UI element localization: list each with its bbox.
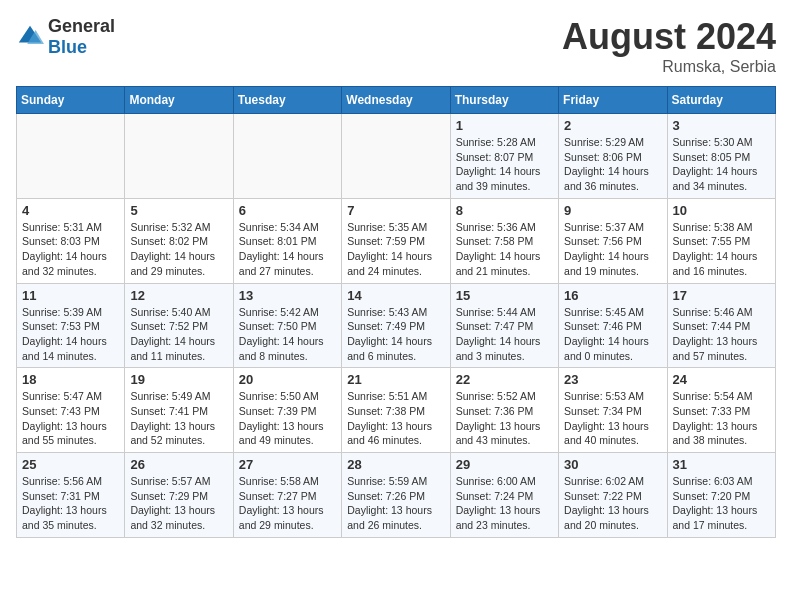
day-info: Sunrise: 5:40 AMSunset: 7:52 PMDaylight:…	[130, 305, 227, 364]
title-block: August 2024 Rumska, Serbia	[562, 16, 776, 76]
logo-blue-text: Blue	[48, 37, 115, 58]
day-info: Sunrise: 5:29 AMSunset: 8:06 PMDaylight:…	[564, 135, 661, 194]
day-info: Sunrise: 5:36 AMSunset: 7:58 PMDaylight:…	[456, 220, 553, 279]
calendar-cell: 19Sunrise: 5:49 AMSunset: 7:41 PMDayligh…	[125, 368, 233, 453]
weekday-header-friday: Friday	[559, 87, 667, 114]
calendar-cell: 11Sunrise: 5:39 AMSunset: 7:53 PMDayligh…	[17, 283, 125, 368]
calendar-cell: 2Sunrise: 5:29 AMSunset: 8:06 PMDaylight…	[559, 114, 667, 199]
logo: General Blue	[16, 16, 115, 58]
day-number: 9	[564, 203, 661, 218]
day-info: Sunrise: 6:03 AMSunset: 7:20 PMDaylight:…	[673, 474, 770, 533]
day-number: 23	[564, 372, 661, 387]
day-number: 4	[22, 203, 119, 218]
weekday-header-wednesday: Wednesday	[342, 87, 450, 114]
page-header: General Blue August 2024 Rumska, Serbia	[16, 16, 776, 76]
calendar-week-4: 18Sunrise: 5:47 AMSunset: 7:43 PMDayligh…	[17, 368, 776, 453]
day-number: 11	[22, 288, 119, 303]
calendar-cell: 23Sunrise: 5:53 AMSunset: 7:34 PMDayligh…	[559, 368, 667, 453]
day-number: 3	[673, 118, 770, 133]
day-info: Sunrise: 5:45 AMSunset: 7:46 PMDaylight:…	[564, 305, 661, 364]
day-info: Sunrise: 5:47 AMSunset: 7:43 PMDaylight:…	[22, 389, 119, 448]
day-number: 7	[347, 203, 444, 218]
calendar-cell: 4Sunrise: 5:31 AMSunset: 8:03 PMDaylight…	[17, 198, 125, 283]
weekday-row: SundayMondayTuesdayWednesdayThursdayFrid…	[17, 87, 776, 114]
calendar-cell: 10Sunrise: 5:38 AMSunset: 7:55 PMDayligh…	[667, 198, 775, 283]
day-info: Sunrise: 5:56 AMSunset: 7:31 PMDaylight:…	[22, 474, 119, 533]
calendar-cell	[233, 114, 341, 199]
calendar-cell: 24Sunrise: 5:54 AMSunset: 7:33 PMDayligh…	[667, 368, 775, 453]
day-info: Sunrise: 5:49 AMSunset: 7:41 PMDaylight:…	[130, 389, 227, 448]
calendar-cell: 16Sunrise: 5:45 AMSunset: 7:46 PMDayligh…	[559, 283, 667, 368]
calendar-cell: 21Sunrise: 5:51 AMSunset: 7:38 PMDayligh…	[342, 368, 450, 453]
day-info: Sunrise: 5:52 AMSunset: 7:36 PMDaylight:…	[456, 389, 553, 448]
weekday-header-thursday: Thursday	[450, 87, 558, 114]
calendar-cell: 25Sunrise: 5:56 AMSunset: 7:31 PMDayligh…	[17, 453, 125, 538]
calendar-cell: 15Sunrise: 5:44 AMSunset: 7:47 PMDayligh…	[450, 283, 558, 368]
day-info: Sunrise: 5:32 AMSunset: 8:02 PMDaylight:…	[130, 220, 227, 279]
day-info: Sunrise: 5:42 AMSunset: 7:50 PMDaylight:…	[239, 305, 336, 364]
weekday-header-monday: Monday	[125, 87, 233, 114]
day-number: 5	[130, 203, 227, 218]
calendar-cell: 8Sunrise: 5:36 AMSunset: 7:58 PMDaylight…	[450, 198, 558, 283]
calendar-cell: 17Sunrise: 5:46 AMSunset: 7:44 PMDayligh…	[667, 283, 775, 368]
calendar-cell: 31Sunrise: 6:03 AMSunset: 7:20 PMDayligh…	[667, 453, 775, 538]
day-number: 31	[673, 457, 770, 472]
day-number: 24	[673, 372, 770, 387]
calendar-cell	[342, 114, 450, 199]
day-number: 10	[673, 203, 770, 218]
day-number: 8	[456, 203, 553, 218]
day-number: 28	[347, 457, 444, 472]
day-number: 15	[456, 288, 553, 303]
calendar-week-2: 4Sunrise: 5:31 AMSunset: 8:03 PMDaylight…	[17, 198, 776, 283]
day-number: 19	[130, 372, 227, 387]
calendar-cell: 3Sunrise: 5:30 AMSunset: 8:05 PMDaylight…	[667, 114, 775, 199]
day-info: Sunrise: 5:57 AMSunset: 7:29 PMDaylight:…	[130, 474, 227, 533]
calendar-cell: 20Sunrise: 5:50 AMSunset: 7:39 PMDayligh…	[233, 368, 341, 453]
calendar-body: 1Sunrise: 5:28 AMSunset: 8:07 PMDaylight…	[17, 114, 776, 538]
day-number: 14	[347, 288, 444, 303]
weekday-header-tuesday: Tuesday	[233, 87, 341, 114]
logo-general-text: General	[48, 16, 115, 37]
calendar-title: August 2024	[562, 16, 776, 58]
day-info: Sunrise: 5:37 AMSunset: 7:56 PMDaylight:…	[564, 220, 661, 279]
calendar-header: SundayMondayTuesdayWednesdayThursdayFrid…	[17, 87, 776, 114]
calendar-cell: 18Sunrise: 5:47 AMSunset: 7:43 PMDayligh…	[17, 368, 125, 453]
calendar-cell: 1Sunrise: 5:28 AMSunset: 8:07 PMDaylight…	[450, 114, 558, 199]
day-info: Sunrise: 5:44 AMSunset: 7:47 PMDaylight:…	[456, 305, 553, 364]
logo-icon	[16, 23, 44, 51]
day-info: Sunrise: 5:38 AMSunset: 7:55 PMDaylight:…	[673, 220, 770, 279]
day-info: Sunrise: 6:02 AMSunset: 7:22 PMDaylight:…	[564, 474, 661, 533]
day-number: 6	[239, 203, 336, 218]
weekday-header-sunday: Sunday	[17, 87, 125, 114]
day-info: Sunrise: 5:51 AMSunset: 7:38 PMDaylight:…	[347, 389, 444, 448]
day-number: 25	[22, 457, 119, 472]
day-info: Sunrise: 5:46 AMSunset: 7:44 PMDaylight:…	[673, 305, 770, 364]
calendar-week-1: 1Sunrise: 5:28 AMSunset: 8:07 PMDaylight…	[17, 114, 776, 199]
calendar-table: SundayMondayTuesdayWednesdayThursdayFrid…	[16, 86, 776, 538]
day-number: 30	[564, 457, 661, 472]
day-number: 21	[347, 372, 444, 387]
calendar-cell: 7Sunrise: 5:35 AMSunset: 7:59 PMDaylight…	[342, 198, 450, 283]
day-info: Sunrise: 5:30 AMSunset: 8:05 PMDaylight:…	[673, 135, 770, 194]
day-info: Sunrise: 5:59 AMSunset: 7:26 PMDaylight:…	[347, 474, 444, 533]
day-info: Sunrise: 5:31 AMSunset: 8:03 PMDaylight:…	[22, 220, 119, 279]
day-info: Sunrise: 5:54 AMSunset: 7:33 PMDaylight:…	[673, 389, 770, 448]
weekday-header-saturday: Saturday	[667, 87, 775, 114]
day-number: 27	[239, 457, 336, 472]
logo-text: General Blue	[48, 16, 115, 58]
day-info: Sunrise: 5:53 AMSunset: 7:34 PMDaylight:…	[564, 389, 661, 448]
day-info: Sunrise: 5:34 AMSunset: 8:01 PMDaylight:…	[239, 220, 336, 279]
calendar-cell: 27Sunrise: 5:58 AMSunset: 7:27 PMDayligh…	[233, 453, 341, 538]
calendar-cell: 30Sunrise: 6:02 AMSunset: 7:22 PMDayligh…	[559, 453, 667, 538]
calendar-week-3: 11Sunrise: 5:39 AMSunset: 7:53 PMDayligh…	[17, 283, 776, 368]
day-number: 1	[456, 118, 553, 133]
day-info: Sunrise: 5:43 AMSunset: 7:49 PMDaylight:…	[347, 305, 444, 364]
day-number: 13	[239, 288, 336, 303]
calendar-cell: 14Sunrise: 5:43 AMSunset: 7:49 PMDayligh…	[342, 283, 450, 368]
day-number: 18	[22, 372, 119, 387]
calendar-cell: 5Sunrise: 5:32 AMSunset: 8:02 PMDaylight…	[125, 198, 233, 283]
calendar-cell: 12Sunrise: 5:40 AMSunset: 7:52 PMDayligh…	[125, 283, 233, 368]
day-number: 16	[564, 288, 661, 303]
calendar-cell: 29Sunrise: 6:00 AMSunset: 7:24 PMDayligh…	[450, 453, 558, 538]
calendar-cell: 22Sunrise: 5:52 AMSunset: 7:36 PMDayligh…	[450, 368, 558, 453]
